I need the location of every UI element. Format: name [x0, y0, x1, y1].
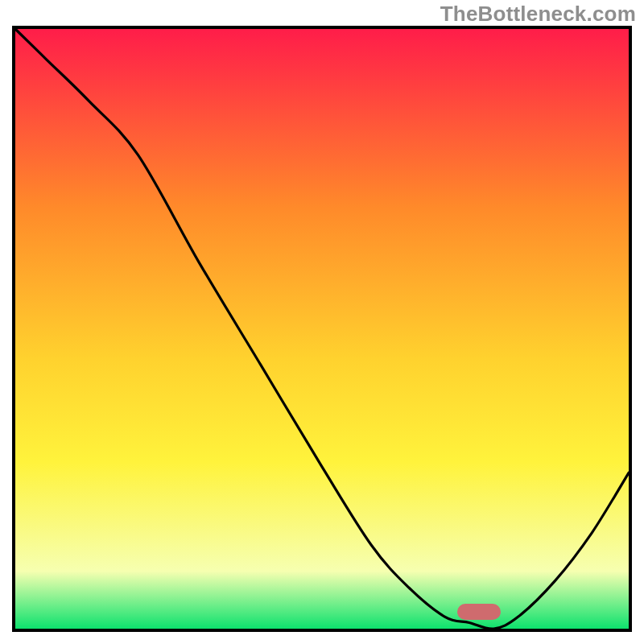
- min-marker: [457, 604, 501, 620]
- plot-svg: [12, 26, 632, 632]
- chart-stage: TheBottleneck.com: [0, 0, 644, 644]
- watermark-text: TheBottleneck.com: [440, 2, 636, 27]
- plot-frame: [12, 26, 632, 632]
